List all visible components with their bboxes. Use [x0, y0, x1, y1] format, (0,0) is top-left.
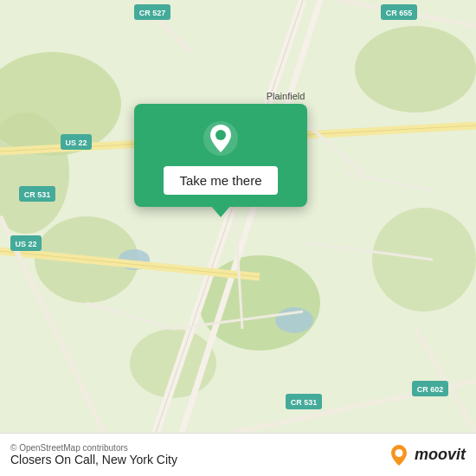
svg-point-4 [355, 26, 476, 113]
svg-text:US 22: US 22 [65, 138, 87, 147]
moovit-logo: moovit [387, 443, 466, 467]
location-name: Closers On Call, New York City [10, 453, 177, 466]
svg-text:CR 602: CR 602 [417, 385, 444, 394]
bottom-left-info: © OpenStreetMap contributors Closers On … [10, 443, 177, 466]
osm-attribution: © OpenStreetMap contributors [10, 443, 177, 453]
popup-card: Take me there [134, 104, 307, 207]
svg-text:US 22: US 22 [15, 240, 36, 248]
svg-text:CR 527: CR 527 [139, 9, 166, 17]
svg-text:CR 531: CR 531 [291, 398, 318, 407]
svg-text:CR 655: CR 655 [386, 9, 413, 17]
svg-text:Plainfield: Plainfield [267, 91, 306, 101]
svg-point-45 [215, 130, 226, 140]
take-me-there-button[interactable]: Take me there [164, 166, 277, 195]
svg-point-46 [395, 449, 402, 457]
svg-point-9 [275, 307, 313, 333]
location-pin-icon [202, 119, 240, 158]
bottom-bar: © OpenStreetMap contributors Closers On … [0, 433, 476, 476]
svg-text:CR 531: CR 531 [24, 190, 51, 199]
map-container: CR 527 CR 655 US 22 US 22 CR 531 CR 531 … [0, 0, 476, 433]
moovit-brand-text: moovit [415, 446, 466, 464]
moovit-pin-icon [387, 443, 411, 467]
